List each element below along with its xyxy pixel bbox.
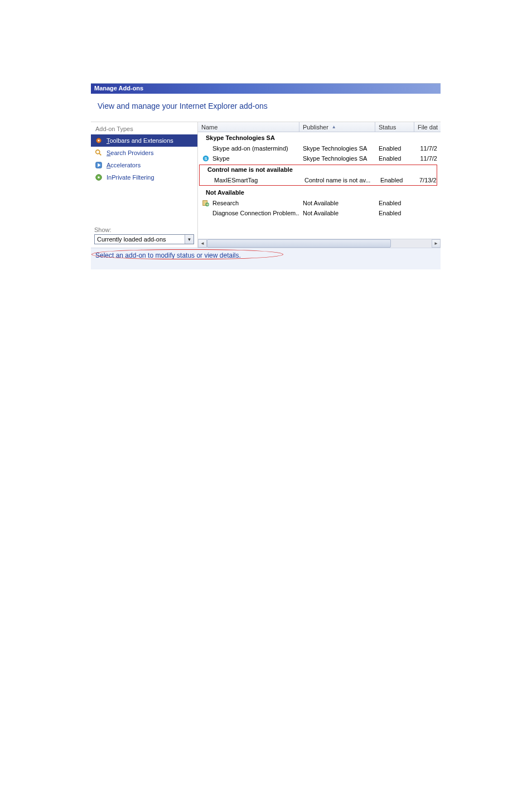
highlighted-group: Control name is not available MaxIESmart… [199,165,437,186]
dialog-heading: View and manage your Internet Explorer a… [98,102,434,110]
col-file-date[interactable]: File dat [414,122,441,132]
search-icon [94,148,103,157]
inprivate-icon [94,173,103,182]
nav-search-providers[interactable]: Search Providers [91,147,197,159]
table-row[interactable]: Research Not Available Enabled [198,198,441,208]
detail-prompt: Select an add-on to modify status or vie… [95,252,241,259]
show-label: Show: [94,226,194,233]
horizontal-scrollbar[interactable]: ◄ ► [198,239,441,248]
svg-point-2 [96,150,100,154]
addon-list-pane: Name Publisher ▲ Status File dat Skype T… [198,122,441,248]
nav-inprivate-filtering[interactable]: InPrivate Filtering [91,171,197,184]
col-name[interactable]: Name [198,122,299,132]
sidebar: Add-on Types Toolbars and Extensions Sea… [91,122,198,248]
table-row[interactable]: S Skype Skype Technologies SA Enabled 11… [198,153,441,163]
sort-asc-icon: ▲ [332,124,336,129]
scroll-right-icon[interactable]: ► [432,239,441,248]
scroll-thumb[interactable] [207,239,391,248]
nav-toolbars-extensions[interactable]: Toolbars and Extensions [91,134,197,147]
window-title: Manage Add-ons [94,85,143,91]
svg-line-3 [99,153,101,156]
nav-label: InPrivate Filtering [107,174,154,181]
group-header: Control name is not available [200,165,437,175]
accelerator-icon [94,161,103,170]
column-headers: Name Publisher ▲ Status File dat [198,122,441,132]
table-row[interactable]: MaxIESmartTag Control name is not av... … [200,175,437,185]
addon-types-list: Toolbars and Extensions Search Providers… [91,134,197,184]
group-header: Skype Technologies SA [198,132,441,143]
group-header: Not Available [198,187,441,198]
details-panel: Select an add-on to modify status or vie… [91,248,441,269]
sidebar-header: Add-on Types [91,122,197,134]
scroll-track[interactable] [207,239,432,248]
dropdown-button-icon[interactable]: ▼ [185,235,194,244]
show-dropdown[interactable]: Currently loaded add-ons ▼ [94,234,194,244]
col-status[interactable]: Status [375,122,414,132]
svg-point-7 [98,176,100,178]
col-publisher[interactable]: Publisher ▲ [299,122,375,132]
skype-icon: S [201,154,210,163]
table-row[interactable]: Diagnose Connection Problem... Not Avail… [198,208,441,218]
nav-label: Toolbars and Extensions [107,137,173,144]
blank-icon [203,176,212,185]
addon-rows: Skype Technologies SA Skype add-on (mast… [198,132,441,239]
scroll-left-icon[interactable]: ◄ [198,239,207,248]
table-row[interactable]: Skype add-on (mastermind) Skype Technolo… [198,143,441,153]
blank-icon [201,144,210,153]
svg-text:S: S [205,157,207,161]
research-icon [201,199,210,207]
nav-accelerators[interactable]: Accelerators [91,159,197,171]
gear-icon [94,136,103,145]
blank-icon [201,209,210,218]
manage-addons-dialog: Manage Add-ons View and manage your Inte… [91,83,441,269]
show-dropdown-value: Currently loaded add-ons [95,236,185,243]
nav-label: Search Providers [107,149,153,156]
svg-point-1 [98,140,100,142]
nav-label: Accelerators [107,162,141,168]
titlebar[interactable]: Manage Add-ons [91,84,441,94]
dialog-header: View and manage your Internet Explorer a… [91,94,441,122]
